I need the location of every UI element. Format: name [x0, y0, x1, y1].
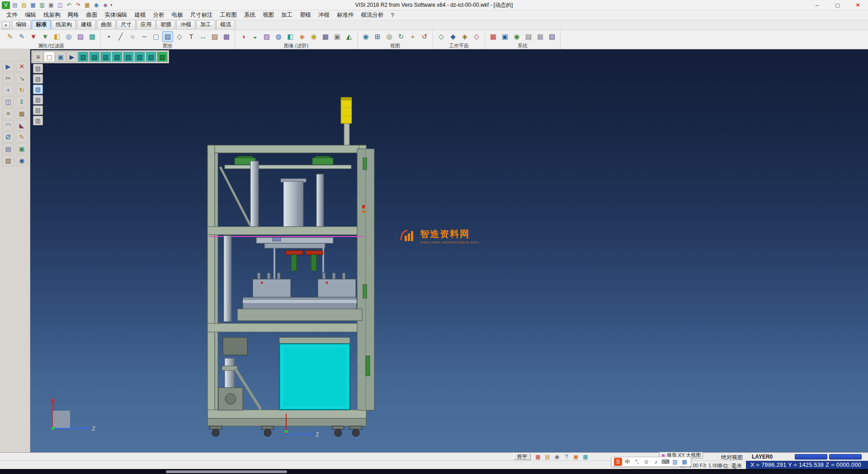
display-config-icon[interactable]: ▣ [500, 31, 510, 42]
machine-model[interactable] [208, 97, 374, 436]
menu-标准件[interactable]: 标准件 [333, 10, 358, 20]
render-mode-icon[interactable]: ▢ [44, 52, 55, 62]
exploded-view-icon[interactable]: ◈ [297, 31, 307, 42]
menu-冲模[interactable]: 冲模 [315, 10, 333, 20]
history-panel-icon[interactable]: ▤ [33, 105, 43, 115]
measure-icon[interactable]: Ø [2, 132, 14, 142]
visibility-icon[interactable]: ◎ [63, 31, 74, 42]
tab-线架构[interactable]: 线架构 [52, 20, 76, 29]
report-icon[interactable]: ▤ [544, 453, 551, 460]
menu-视图[interactable]: 视图 [259, 10, 278, 20]
base-compartment[interactable] [218, 337, 350, 410]
lines-icon[interactable]: ╱ [115, 31, 126, 42]
extend-icon[interactable]: ↘ [16, 73, 28, 84]
pan-view-icon[interactable]: + [407, 31, 418, 42]
tab-冲模[interactable]: 冲模 [176, 20, 195, 29]
cad-viewport[interactable]: Z Z [30, 49, 868, 452]
edit-attributes-icon[interactable]: ✎ [5, 31, 15, 42]
text-icon[interactable]: T [186, 31, 197, 42]
side-cabinet[interactable] [357, 149, 374, 410]
points-icon[interactable]: • [104, 31, 114, 42]
app-logo-icon[interactable]: V [2, 1, 10, 9]
help-status-icon[interactable]: ? [563, 453, 570, 460]
zoom-all-icon[interactable]: ◉ [360, 31, 371, 42]
tab-dropdown-icon[interactable]: ▼ [2, 22, 10, 29]
mirror-icon[interactable]: ◫ [2, 96, 14, 107]
circles-icon[interactable]: ○ [127, 31, 138, 42]
tab-建模[interactable]: 建模 [77, 20, 96, 29]
attributes-icon[interactable]: ▣ [16, 143, 28, 154]
slide-table[interactable] [237, 273, 362, 321]
array-icon[interactable]: ▦ [16, 108, 28, 119]
texture-icon[interactable]: ▨ [261, 31, 272, 42]
press-assembly[interactable] [220, 156, 351, 227]
info-icon[interactable]: ◉ [16, 155, 28, 166]
layer-indicator[interactable]: LAYER0 [752, 454, 773, 460]
options-icon[interactable]: ◉ [553, 453, 561, 460]
dimensions-icon[interactable]: ↔ [198, 31, 208, 42]
animation-icon[interactable]: ◭ [344, 31, 354, 42]
menu-模流分析[interactable]: 模流分析 [358, 10, 387, 20]
system-settings-icon[interactable]: ◉ [511, 31, 522, 42]
close-button[interactable]: ✕ [848, 0, 868, 10]
mic-icon[interactable]: ♪ [652, 458, 660, 466]
menu-建模[interactable]: 建模 [131, 10, 150, 20]
workplane-create-icon[interactable]: ◇ [436, 31, 447, 42]
notes-panel-icon[interactable]: ▥ [33, 116, 43, 125]
new-file-icon[interactable]: ▤ [11, 1, 19, 9]
material-icon[interactable]: ▦ [320, 31, 331, 42]
symbols-icon[interactable]: ◇ [174, 31, 185, 42]
view-front-icon[interactable]: ▧ [78, 52, 89, 62]
fillet-icon[interactable]: ◠ [2, 120, 14, 131]
rotate-icon[interactable]: ↻ [16, 85, 28, 95]
hatching-icon[interactable]: ▨ [209, 31, 220, 42]
layer-tool-icon[interactable]: ▤ [2, 143, 14, 154]
menu-塑模[interactable]: 塑模 [296, 10, 315, 20]
menu-线架构[interactable]: 线架构 [40, 10, 64, 20]
taskbar-segment[interactable] [166, 470, 287, 473]
scale-icon[interactable]: ⇕ [16, 96, 28, 107]
menu-加工[interactable]: 加工 [278, 10, 296, 20]
move-icon[interactable]: + [2, 85, 14, 95]
views-panel-icon[interactable]: ▤ [33, 74, 43, 84]
blank-elements-icon[interactable]: ▨ [75, 31, 86, 42]
group-tool-icon[interactable]: ▧ [2, 155, 14, 166]
tab-标准[interactable]: 标准 [32, 20, 51, 29]
zoom-window-icon[interactable]: ⊞ [372, 31, 383, 42]
filter-panel-icon[interactable]: ▤ [33, 95, 43, 104]
screenshot-icon[interactable]: ▣ [332, 31, 343, 42]
tab-应用[interactable]: 应用 [137, 20, 156, 29]
filter-layers-icon[interactable]: ▼ [40, 31, 51, 42]
refresh-view-icon[interactable]: ↺ [419, 31, 430, 42]
open-file-icon[interactable]: ▨ [20, 1, 28, 9]
plot-icon[interactable]: ◫ [56, 1, 64, 9]
view-menu-icon[interactable]: ≡ [33, 52, 43, 62]
gouraud-mode-icon[interactable]: ▣ [55, 52, 66, 62]
tab-加工[interactable]: 加工 [196, 20, 215, 29]
ime-mode-icon[interactable]: 中 [623, 458, 632, 466]
surfaces-icon[interactable]: ▢ [151, 31, 161, 42]
section-view-icon[interactable]: ◧ [285, 31, 296, 42]
pick-view-icon[interactable]: ▶ [66, 52, 77, 62]
menu-电极[interactable]: 电极 [168, 10, 187, 20]
cad-canvas[interactable]: ≡▢▣▶▧▧▧▧▧▧▧▧ ▤▤▤▤▤▥ [30, 49, 868, 452]
menu-曲面[interactable]: 曲面 [83, 10, 101, 20]
dynamic-rotate-icon[interactable]: ↻ [396, 31, 406, 42]
view-back-icon[interactable]: ▧ [89, 52, 100, 62]
redo-icon[interactable]: ↷ [74, 1, 82, 9]
layer-manager-icon[interactable]: ▧ [547, 31, 557, 42]
lighting-icon[interactable]: ◉ [308, 31, 319, 42]
offset-icon[interactable]: ≡ [2, 108, 14, 119]
solid-status-icon[interactable]: ▩ [582, 453, 589, 460]
menu-编辑[interactable]: 编辑 [21, 10, 40, 20]
shading-icon[interactable]: ◑ [238, 31, 249, 42]
snapshot-icon[interactable]: ◉ [92, 1, 100, 9]
skin-icon[interactable]: ▥ [671, 458, 679, 466]
beacon-light[interactable] [341, 97, 352, 146]
sogou-logo-icon[interactable]: S [614, 458, 622, 466]
selection-list-icon[interactable]: ▦ [534, 453, 542, 460]
emoji-icon[interactable]: ☺ [642, 458, 651, 466]
maximize-button[interactable]: ▢ [827, 0, 848, 10]
undo-icon[interactable]: ↶ [65, 1, 73, 9]
layers-quick-icon[interactable]: ▩ [83, 1, 91, 9]
